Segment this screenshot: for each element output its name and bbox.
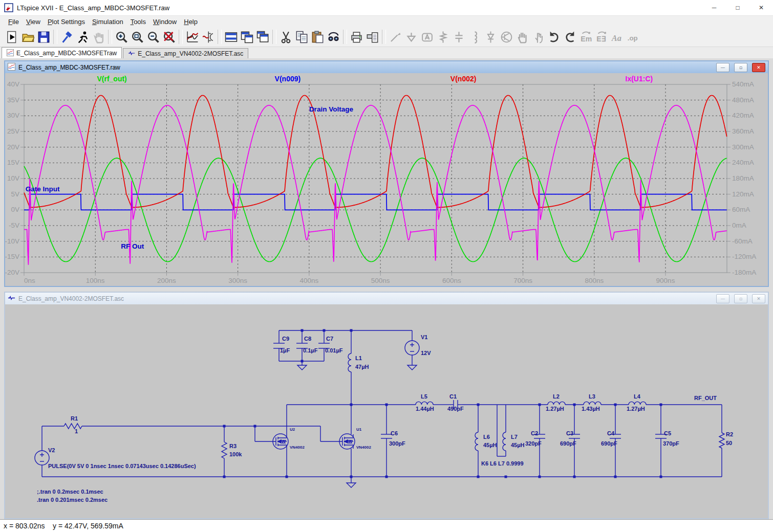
svg-text:V2: V2: [48, 447, 55, 453]
tab-schematic-file[interactable]: E_Class_amp_VN4002-2MOSFET.asc: [123, 48, 248, 59]
x-axis: 0ns100ns200ns300ns400ns500ns600ns700ns80…: [24, 273, 675, 284]
window-minimize-button[interactable]: ─: [702, 0, 726, 15]
waveform-plot[interactable]: 40V35V30V25V20V15V10V5V0V-5V-10V-15V-20V…: [5, 73, 768, 286]
paste-icon[interactable]: [310, 29, 326, 45]
open-icon[interactable]: [20, 29, 36, 45]
svg-text:1.27µH: 1.27µH: [627, 406, 645, 412]
svg-text:.tran 0 0.201msec 0.2msec: .tran 0 0.201msec 0.2msec: [37, 497, 108, 503]
svg-text:0.01µF: 0.01µF: [325, 347, 343, 353]
svg-text:360mA: 360mA: [732, 127, 754, 135]
schematic-canvas[interactable]: C91µFC80.1µFC70.01µFL147µHV112VR11V2PULS…: [5, 304, 768, 518]
waveform-close-button[interactable]: ✕: [752, 63, 765, 72]
undo-icon: [546, 29, 562, 45]
svg-text:800ns: 800ns: [585, 277, 604, 284]
schematic-minimize-button[interactable]: —: [716, 294, 729, 303]
svg-text:RF Out: RF Out: [121, 242, 144, 250]
autorange-icon[interactable]: [184, 29, 200, 45]
schematic-window: E_Class_amp_VN4002-2MOSFET.asc — ▫ ✕ C91…: [4, 292, 769, 519]
menu-help[interactable]: Help: [180, 17, 201, 27]
svg-text:30V: 30V: [7, 112, 19, 119]
waveform-window-titlebar[interactable]: E_Class_amp_MBDC-3MOSFET.raw — ▫ ✕: [5, 61, 768, 73]
trace-Ix(U1:C): [24, 105, 727, 265]
waveform-minimize-button[interactable]: —: [716, 63, 729, 72]
waveform-plot-area[interactable]: 40V35V30V25V20V15V10V5V0V-5V-10V-15V-20V…: [5, 73, 768, 286]
menu-file[interactable]: File: [5, 17, 23, 27]
cursor-position-readout: x = 803.02ns y = 42.47V, 569.59mA: [4, 522, 123, 530]
toolbar-separator: [218, 30, 222, 44]
schematic-window-titlebar[interactable]: E_Class_amp_VN4002-2MOSFET.asc — ▫ ✕: [5, 293, 768, 304]
text-icon: Aa: [610, 29, 626, 45]
svg-text:L7: L7: [511, 434, 518, 440]
svg-text:VN4002: VN4002: [290, 445, 305, 450]
svg-text:10V: 10V: [7, 174, 19, 182]
cascade-icon[interactable]: [255, 29, 271, 45]
toolbar: EmE∃Aa.op: [0, 27, 773, 47]
svg-text:300ns: 300ns: [228, 277, 247, 284]
window-maximize-button[interactable]: □: [726, 0, 749, 15]
schematic-wires: [42, 330, 722, 483]
svg-text:Drain Voltage: Drain Voltage: [309, 105, 354, 113]
waveform-tab-icon: [7, 49, 14, 58]
run-icon[interactable]: [4, 29, 20, 45]
svg-text:V(rf_out): V(rf_out): [97, 75, 126, 83]
tile-horizontal-icon[interactable]: [223, 29, 239, 45]
svg-text:50: 50: [726, 440, 732, 446]
resistor-icon: [435, 29, 451, 45]
schematic-close-button[interactable]: ✕: [752, 294, 765, 303]
svg-text:K6 L6 L7 0.9999: K6 L6 L7 0.9999: [481, 460, 524, 467]
copy-icon[interactable]: [294, 29, 310, 45]
menu-simulation[interactable]: Simulation: [89, 17, 127, 27]
halt-icon[interactable]: [91, 29, 106, 45]
svg-text:L5: L5: [421, 393, 427, 400]
run-man-icon[interactable]: [75, 29, 91, 45]
menu-view[interactable]: View: [23, 17, 44, 27]
bjt-icon: [499, 29, 514, 45]
svg-text:480mA: 480mA: [732, 96, 754, 104]
plot-settings-icon[interactable]: [200, 29, 216, 45]
schematic-canvas-area[interactable]: C91µFC80.1µFC70.01µFL147µHV112VR11V2PULS…: [5, 304, 768, 518]
waveform-window: E_Class_amp_MBDC-3MOSFET.raw — ▫ ✕ 40V35…: [4, 60, 769, 287]
zoom-window-icon[interactable]: [130, 29, 145, 45]
svg-text:C7: C7: [326, 336, 333, 342]
svg-text:47µH: 47µH: [355, 364, 369, 370]
svg-text:370pF: 370pF: [663, 440, 679, 447]
menu-plot-settings[interactable]: Plot Settings: [44, 17, 89, 27]
svg-text:C3: C3: [566, 430, 573, 436]
tile-vertical-icon[interactable]: [239, 29, 255, 45]
schematic-restore-button[interactable]: ▫: [734, 294, 747, 303]
svg-text:25V: 25V: [7, 127, 19, 135]
window-close-button[interactable]: ✕: [749, 0, 773, 15]
print-icon[interactable]: [349, 29, 364, 45]
svg-text:C6: C6: [391, 430, 398, 436]
zoom-full-icon[interactable]: [161, 29, 177, 45]
tab-waveform-file[interactable]: E_Class_amp_MBDC-3MOSFETraw: [2, 47, 122, 59]
svg-text:E∃: E∃: [596, 35, 606, 43]
svg-text:-5V: -5V: [9, 221, 19, 229]
save-icon[interactable]: [36, 29, 52, 45]
svg-text:Em: Em: [581, 35, 592, 43]
menu-tools[interactable]: Tools: [127, 17, 149, 27]
tab-label: E_Class_amp_MBDC-3MOSFETraw: [16, 50, 117, 57]
svg-text:L3: L3: [589, 393, 595, 400]
waveform-restore-button[interactable]: ▫: [734, 63, 747, 72]
zoom-out-icon[interactable]: [145, 29, 161, 45]
svg-text:-10V: -10V: [5, 237, 19, 245]
print-preview-icon[interactable]: [364, 29, 380, 45]
zoom-in-icon[interactable]: [114, 29, 130, 45]
schematic-window-icon: [8, 294, 15, 303]
svg-text:V(n009): V(n009): [275, 75, 301, 83]
svg-text:.op: .op: [628, 34, 638, 41]
svg-text:Aa: Aa: [611, 33, 621, 42]
menu-window[interactable]: Window: [149, 17, 180, 27]
toolbar-separator: [179, 30, 183, 44]
cut-icon[interactable]: [278, 29, 294, 45]
svg-text:1: 1: [75, 428, 78, 434]
toolbar-separator: [272, 30, 276, 44]
find-icon[interactable]: [326, 29, 341, 45]
svg-text:L2: L2: [553, 393, 560, 400]
capacitor-icon: [451, 29, 467, 45]
control-panel-icon[interactable]: [59, 29, 75, 45]
toolbar-separator: [343, 30, 347, 44]
svg-text:L1: L1: [355, 355, 362, 361]
ltspice-logo-icon: [4, 3, 13, 12]
